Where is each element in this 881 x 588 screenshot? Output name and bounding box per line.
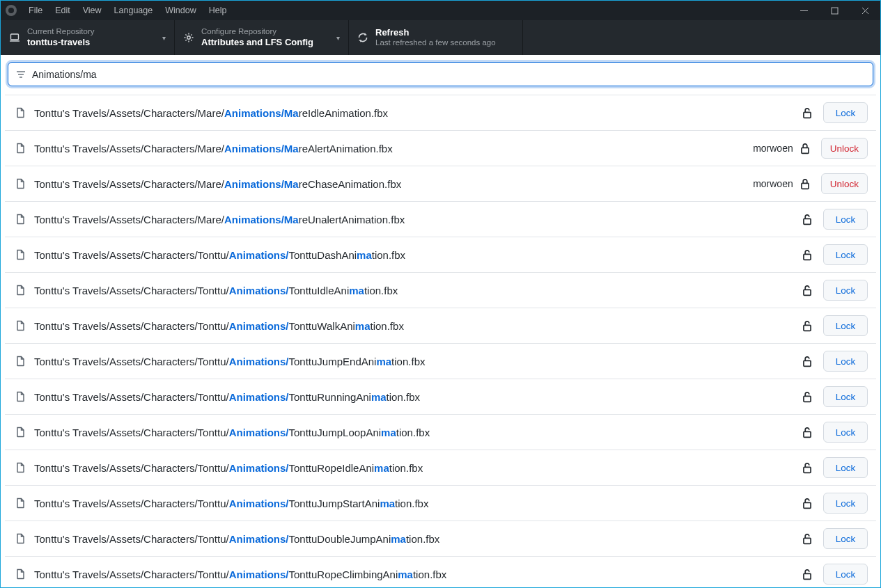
file-path: Tonttu's Travels/Assets/Characters/Tontt…	[34, 320, 801, 332]
configure-repository-dropdown[interactable]: Configure Repository Attributes and LFS …	[175, 20, 349, 55]
refresh-value: Last refreshed a few seconds ago	[375, 38, 496, 48]
lock-button[interactable]: Lock	[823, 351, 868, 372]
lock-button[interactable]: Lock	[823, 102, 868, 123]
lock-open-icon	[801, 106, 813, 119]
filter-icon	[15, 69, 26, 80]
lock-open-icon	[801, 461, 813, 474]
menu-window[interactable]: Window	[159, 6, 202, 15]
file-icon	[15, 249, 26, 260]
file-path: Tonttu's Travels/Assets/Characters/Mare/…	[34, 143, 753, 154]
lock-open-icon	[801, 568, 813, 580]
file-icon	[15, 214, 26, 225]
svg-rect-13	[804, 218, 811, 224]
file-icon	[15, 569, 26, 580]
lock-closed-icon	[799, 177, 811, 190]
file-list[interactable]: Tonttu's Travels/Assets/Characters/Mare/…	[5, 95, 876, 587]
file-path: Tonttu's Travels/Assets/Characters/Mare/…	[34, 214, 801, 225]
file-path: Tonttu's Travels/Assets/Characters/Mare/…	[34, 107, 801, 119]
unlock-button[interactable]: Unlock	[821, 138, 868, 159]
svg-point-6	[187, 36, 190, 39]
chevron-down-icon: ▾	[336, 34, 340, 42]
file-row[interactable]: Tonttu's Travels/Assets/Characters/Tontt…	[5, 273, 876, 308]
menu-edit[interactable]: Edit	[49, 6, 77, 15]
file-icon	[15, 462, 26, 473]
lock-button[interactable]: Lock	[823, 493, 868, 514]
file-path: Tonttu's Travels/Assets/Characters/Tontt…	[34, 498, 801, 509]
file-row[interactable]: Tonttu's Travels/Assets/Characters/Tontt…	[5, 450, 876, 486]
svg-rect-16	[804, 325, 811, 331]
file-row[interactable]: Tonttu's Travels/Assets/Characters/Tontt…	[5, 415, 876, 450]
file-row[interactable]: Tonttu's Travels/Assets/Characters/Mare/…	[5, 95, 876, 131]
svg-rect-11	[802, 148, 809, 153]
file-path: Tonttu's Travels/Assets/Characters/Tontt…	[34, 462, 801, 474]
lock-button[interactable]: Lock	[823, 422, 868, 443]
toolbar: Current Repository tonttus-travels ▾ Con…	[1, 20, 880, 55]
lock-open-icon	[801, 213, 813, 225]
svg-rect-14	[804, 254, 811, 260]
lock-owner: morwoen	[753, 143, 793, 154]
file-row[interactable]: Tonttu's Travels/Assets/Characters/Tontt…	[5, 521, 876, 557]
file-path: Tonttu's Travels/Assets/Characters/Tontt…	[34, 249, 801, 261]
file-row[interactable]: Tonttu's Travels/Assets/Characters/Mare/…	[5, 202, 876, 237]
file-icon	[15, 107, 26, 118]
svg-rect-1	[832, 8, 838, 14]
repo-value: tonttus-travels	[27, 37, 95, 48]
svg-rect-22	[804, 538, 811, 543]
laptop-icon	[9, 32, 20, 43]
configure-value: Attributes and LFS Config	[201, 37, 313, 48]
svg-rect-23	[804, 573, 811, 579]
lock-button[interactable]: Lock	[823, 209, 868, 230]
file-path: Tonttu's Travels/Assets/Characters/Tontt…	[34, 391, 801, 403]
filter-input[interactable]	[32, 69, 866, 80]
menu-help[interactable]: Help	[203, 6, 233, 15]
window-controls	[788, 1, 880, 20]
close-button[interactable]	[850, 1, 880, 20]
current-repository-dropdown[interactable]: Current Repository tonttus-travels ▾	[1, 20, 175, 55]
lock-owner: morwoen	[753, 178, 793, 189]
maximize-button[interactable]	[819, 1, 850, 20]
file-row[interactable]: Tonttu's Travels/Assets/Characters/Tontt…	[5, 557, 876, 587]
app-icon	[6, 5, 17, 16]
file-row[interactable]: Tonttu's Travels/Assets/Characters/Tontt…	[5, 379, 876, 415]
refresh-icon	[357, 32, 368, 43]
file-icon	[15, 498, 26, 509]
configure-label: Configure Repository	[201, 27, 313, 37]
lock-button[interactable]: Lock	[823, 528, 868, 549]
menubar: FileEditViewLanguageWindowHelp	[1, 1, 880, 20]
svg-rect-17	[804, 360, 811, 366]
lock-button[interactable]: Lock	[823, 564, 868, 585]
file-icon	[15, 391, 26, 402]
lock-closed-icon	[799, 142, 811, 154]
lock-open-icon	[801, 284, 813, 296]
file-row[interactable]: Tonttu's Travels/Assets/Characters/Tontt…	[5, 486, 876, 521]
refresh-button[interactable]: Refresh Last refreshed a few seconds ago	[349, 20, 523, 55]
file-row[interactable]: Tonttu's Travels/Assets/Characters/Tontt…	[5, 344, 876, 379]
gear-icon	[183, 32, 194, 43]
lock-open-icon	[801, 532, 813, 545]
file-row[interactable]: Tonttu's Travels/Assets/Characters/Tontt…	[5, 308, 876, 344]
file-row[interactable]: Tonttu's Travels/Assets/Characters/Tontt…	[5, 237, 876, 273]
file-path: Tonttu's Travels/Assets/Characters/Tontt…	[34, 533, 801, 545]
lock-open-icon	[801, 319, 813, 332]
file-row[interactable]: Tonttu's Travels/Assets/Characters/Mare/…	[5, 131, 876, 166]
lock-button[interactable]: Lock	[823, 386, 868, 407]
chevron-down-icon: ▾	[162, 34, 166, 42]
file-icon	[15, 285, 26, 296]
repo-label: Current Repository	[27, 27, 95, 37]
filter-input-wrap[interactable]	[8, 62, 873, 86]
menu-view[interactable]: View	[77, 6, 108, 15]
menu-file[interactable]: File	[22, 6, 49, 15]
file-path: Tonttu's Travels/Assets/Characters/Mare/…	[34, 178, 753, 190]
unlock-button[interactable]: Unlock	[821, 173, 868, 194]
minimize-button[interactable]	[788, 1, 819, 20]
svg-rect-21	[804, 502, 811, 508]
menu-language[interactable]: Language	[108, 6, 159, 15]
lock-button[interactable]: Lock	[823, 280, 868, 301]
lock-button[interactable]: Lock	[823, 315, 868, 336]
svg-rect-4	[11, 34, 19, 40]
svg-rect-18	[804, 396, 811, 402]
file-row[interactable]: Tonttu's Travels/Assets/Characters/Mare/…	[5, 166, 876, 202]
file-icon	[15, 356, 26, 367]
lock-button[interactable]: Lock	[823, 457, 868, 478]
lock-button[interactable]: Lock	[823, 244, 868, 265]
